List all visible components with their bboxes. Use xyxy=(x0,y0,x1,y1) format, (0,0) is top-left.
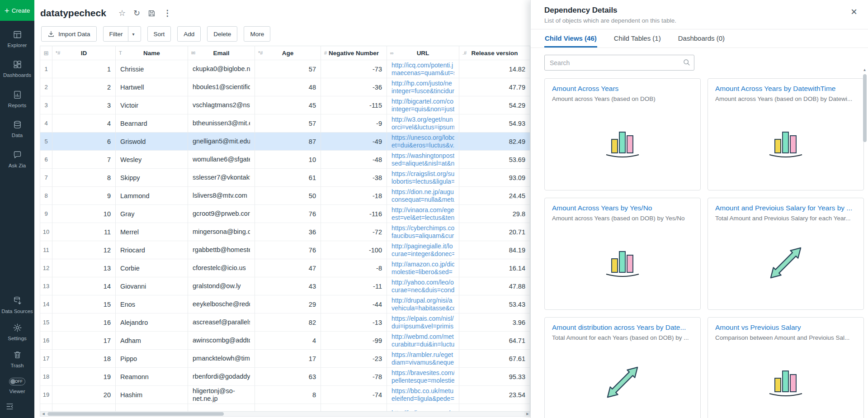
cell-release-version[interactable]: 53.43 xyxy=(459,295,530,314)
cell-release-version[interactable]: 16.14 xyxy=(459,259,530,277)
row-number[interactable]: 3 xyxy=(40,96,52,114)
cell-age[interactable]: 10 xyxy=(255,151,321,169)
column-header-name[interactable]: TName xyxy=(116,46,188,60)
sort-button[interactable]: Sort xyxy=(147,26,171,42)
cell-email[interactable]: btheunissen3@mit.edu xyxy=(188,114,255,133)
favorite-star-icon[interactable]: ☆ xyxy=(118,9,126,17)
cell-url[interactable]: http://amazon.co.jp/dicmolestie=libero&s… xyxy=(387,259,459,277)
viewer-off-toggle[interactable]: OFF xyxy=(9,378,25,385)
cell-negative-number[interactable]: -13 xyxy=(321,314,387,332)
cell-url[interactable]: https://dion.ne.jp/auguconsequat=nulla&m… xyxy=(387,187,459,205)
cell-url[interactable]: https://bbc.co.uk/metueleifend=ligula&pe… xyxy=(387,386,459,404)
cell-negative-number[interactable]: -115 xyxy=(321,96,387,114)
dependency-card[interactable]: Amount Across YearsAmount across Years (… xyxy=(544,78,701,190)
cell-email[interactable]: mingersona@bing.com xyxy=(188,223,255,241)
cell-url[interactable]: http://vinaora.com/egeest=vel&et=lectus&… xyxy=(387,205,459,223)
cell-name[interactable]: Rriocard xyxy=(116,241,188,259)
card-title-link[interactable]: Amount Across Years xyxy=(552,85,693,93)
cell-negative-number[interactable]: -72 xyxy=(321,223,387,241)
dependency-card[interactable]: Amount Across Years by Yes/NoAmount acro… xyxy=(544,198,701,310)
cell-email[interactable]: gnelligan5@mit.edu xyxy=(188,133,255,151)
cell-url[interactable]: http://bigcartel.com/cointeger=quis&non=… xyxy=(387,96,459,114)
sidebar-item-viewer[interactable]: OFF Viewer xyxy=(0,374,34,398)
cell-name[interactable]: Corbie xyxy=(116,259,188,277)
row-number[interactable]: 15 xyxy=(40,314,52,332)
table-row[interactable]: 1112Rriocardrgabbettb@homestead76-100htt… xyxy=(40,241,530,259)
row-number[interactable]: 8 xyxy=(40,187,52,205)
cell-name[interactable]: Wesley xyxy=(116,151,188,169)
cell-id[interactable]: 6 xyxy=(52,133,116,151)
cell-release-version[interactable]: 47.88 xyxy=(459,277,530,295)
cell-negative-number[interactable]: -73 xyxy=(321,60,387,78)
cell-age[interactable]: 57 xyxy=(255,60,321,78)
table-row[interactable]: 1011Merrelmingersona@bing.com36-72https:… xyxy=(40,223,530,241)
cell-name[interactable]: Hashim xyxy=(116,386,188,404)
card-title-link[interactable]: Amount Across Years by DatewithTime xyxy=(715,85,856,93)
sidebar-item-data-sources[interactable]: Data Sources xyxy=(0,292,34,318)
cell-age[interactable]: 76 xyxy=(255,241,321,259)
cell-id[interactable]: 7 xyxy=(52,151,116,169)
save-icon[interactable] xyxy=(148,10,156,17)
cell-age[interactable]: 57 xyxy=(255,114,321,133)
cell-age[interactable]: 47 xyxy=(255,259,321,277)
cell-id[interactable]: 9 xyxy=(52,187,116,205)
cell-age[interactable]: 82 xyxy=(255,314,321,332)
cell-negative-number[interactable]: -48 xyxy=(321,151,387,169)
cell-id[interactable]: 13 xyxy=(52,259,116,277)
cell-release-version[interactable]: 24.45 xyxy=(459,187,530,205)
filter-dropdown-caret[interactable]: ▾ xyxy=(128,27,135,41)
sidebar-collapse-button[interactable] xyxy=(0,399,14,417)
cell-release-version[interactable]: 29.8 xyxy=(459,205,530,223)
dependency-card[interactable]: Amount and Previoius Salary for Years by… xyxy=(708,198,864,310)
sidebar-item-data[interactable]: Data xyxy=(0,116,34,142)
scroll-left-arrow[interactable]: ◀ xyxy=(40,412,47,416)
cell-negative-number[interactable]: -36 xyxy=(321,78,387,96)
row-number[interactable]: 17 xyxy=(40,350,52,368)
column-header-age[interactable]: *#Age xyxy=(255,46,321,60)
cell-id[interactable]: 20 xyxy=(52,386,116,404)
cell-url[interactable]: https://craigslist.org/sulobortis=lectus… xyxy=(387,169,459,187)
cell-email[interactable]: hboules1@scientificam xyxy=(188,78,255,96)
close-icon[interactable]: × xyxy=(851,6,857,17)
sidebar-item-reports[interactable]: Reports xyxy=(0,86,34,112)
cell-id[interactable]: 8 xyxy=(52,169,116,187)
panel-scrollbar-thumb[interactable] xyxy=(863,74,867,142)
cell-url[interactable]: http://hp.com/justo/neinteger=fusce&tinc… xyxy=(387,78,459,96)
cell-url[interactable]: http://drupal.org/nisi/avehicula=habitas… xyxy=(387,295,459,314)
cell-url[interactable]: https://unesco.org/loboet=dui&eros=luctu… xyxy=(387,133,459,151)
cell-negative-number[interactable]: -44 xyxy=(321,295,387,314)
cell-name[interactable]: Adham xyxy=(116,332,188,350)
cell-name[interactable]: Hartwell xyxy=(116,78,188,96)
table-row[interactable]: 1516Alejandroascreasef@parallels.co82-13… xyxy=(40,314,530,332)
more-options-kebab-icon[interactable]: ⋮ xyxy=(163,9,171,17)
cell-negative-number[interactable]: -23 xyxy=(321,350,387,368)
more-button[interactable]: More xyxy=(244,26,270,42)
dependency-card[interactable]: Amount Across Years by DatewithTimeAmoun… xyxy=(708,78,864,190)
import-data-button[interactable]: Import Data xyxy=(41,26,97,42)
cell-name[interactable]: Victoir xyxy=(116,96,188,114)
sidebar-item-explorer[interactable]: Explorer xyxy=(0,26,34,52)
row-number[interactable]: 7 xyxy=(40,169,52,187)
cell-name[interactable]: Chrissie xyxy=(116,60,188,78)
cell-id[interactable]: 14 xyxy=(52,277,116,295)
cell-email[interactable]: awinscombg@addtoany xyxy=(188,332,255,350)
cell-url[interactable]: http://w3.org/eget/nunorci=vel&luctus=ip… xyxy=(387,114,459,133)
cell-url[interactable]: http://yahoo.com/leo/ocurae=nec&duis=con… xyxy=(387,277,459,295)
cell-release-version[interactable]: 20.71 xyxy=(459,223,530,241)
column-header-url[interactable]: ∞URL xyxy=(387,46,459,60)
cell-age[interactable]: 36 xyxy=(255,223,321,241)
table-row[interactable]: 56Griswoldgnelligan5@mit.edu87-49https:/… xyxy=(40,133,530,151)
column-header-id[interactable]: *#ID xyxy=(52,46,116,60)
delete-button[interactable]: Delete xyxy=(207,26,237,42)
cell-email[interactable]: pmancktelowh@timesc xyxy=(188,350,255,368)
cell-negative-number[interactable]: -116 xyxy=(321,205,387,223)
scroll-up-arrow[interactable]: ▲ xyxy=(863,68,867,72)
table-row[interactable]: 1314Giovannigralstond@ow.ly43-11http://y… xyxy=(40,277,530,295)
cell-id[interactable]: 1 xyxy=(52,60,116,78)
cell-release-version[interactable]: 95.33 xyxy=(459,368,530,386)
cell-email[interactable]: ckupka0@biglobe.ne.jp xyxy=(188,60,255,78)
table-row[interactable]: 33Victoirvschlagtmans2@nsw.go45-115http:… xyxy=(40,96,530,114)
column-header-email[interactable]: ✉Email xyxy=(188,46,255,60)
cell-url[interactable]: http://paginegialle.it/locurae=integer&d… xyxy=(387,241,459,259)
filter-button[interactable]: Filter ▾ xyxy=(103,26,141,42)
